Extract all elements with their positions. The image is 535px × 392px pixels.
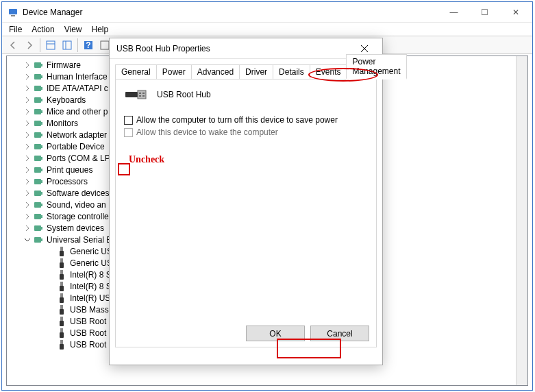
svg-rect-27 [34,167,41,173]
expand-icon[interactable] [23,96,32,104]
titlebar: Device Manager — ☐ ✕ [2,2,532,23]
dialog-titlebar: USB Root Hub Properties [110,38,382,59]
checkbox-turnoff-label: Allow the computer to turn off this devi… [136,115,338,125]
ok-button[interactable]: OK [246,326,305,341]
svg-rect-34 [41,204,42,206]
svg-rect-30 [41,180,42,183]
checkbox-wake [124,128,133,137]
expand-icon[interactable] [23,61,32,69]
svg-rect-19 [34,121,41,126]
help-icon[interactable]: ? [80,38,97,53]
expand-icon[interactable] [23,131,32,139]
tree-label: Storage controlle [47,212,109,221]
checkbox-wake-label: Allow this device to wake the computer [136,127,278,137]
tab-advanced[interactable]: Advanced [191,64,240,79]
menu-action[interactable]: Action [32,25,54,34]
category-icon [33,153,44,164]
usb-device-icon [56,246,67,257]
expand-icon[interactable] [23,154,32,162]
tree-label: Firmware [47,60,81,70]
svg-rect-23 [34,144,41,149]
expand-icon[interactable] [23,177,32,186]
svg-rect-15 [34,97,41,103]
svg-rect-63 [139,95,141,97]
expand-icon[interactable] [23,143,32,151]
dialog-button-row: OK Cancel [246,326,369,341]
vertical-scrollbar[interactable] [516,56,527,385]
svg-rect-45 [60,270,63,274]
toolbar-separator [77,38,78,52]
checkbox-row-turnoff[interactable]: Allow the computer to turn off this devi… [123,114,369,126]
svg-rect-13 [34,86,41,91]
tree-label: Ports (COM & LP [47,154,110,163]
expand-icon[interactable] [23,224,32,232]
toolbar-icon-2[interactable] [59,38,75,53]
tab-driver[interactable]: Driver [239,64,273,79]
usb-device-icon [56,339,67,350]
svg-rect-39 [34,237,41,243]
tab-power[interactable]: Power [156,64,192,79]
properties-dialog: USB Root Hub Properties General Power Ad… [109,38,383,365]
category-icon [33,223,44,234]
tree-label: Keyboards [47,95,86,105]
svg-rect-4 [63,41,71,49]
close-icon [360,45,369,53]
tree-label: Print queues [47,165,92,175]
svg-rect-16 [41,99,42,101]
svg-rect-36 [41,215,42,218]
expand-icon[interactable] [23,166,32,174]
category-icon [33,60,44,71]
expand-icon[interactable] [23,73,32,81]
category-icon [33,211,44,222]
expand-icon[interactable] [23,84,32,93]
expand-icon[interactable] [23,212,32,221]
expand-icon[interactable] [23,189,32,197]
svg-rect-57 [60,340,63,344]
svg-rect-52 [60,309,64,315]
expand-icon[interactable] [23,119,32,127]
svg-rect-35 [34,214,41,219]
svg-rect-41 [60,247,63,251]
svg-rect-44 [60,262,64,268]
tab-details[interactable]: Details [273,64,310,79]
usb-device-icon [56,304,67,315]
checkbox-turnoff[interactable] [124,116,133,125]
svg-rect-55 [60,328,63,332]
close-button[interactable]: ✕ [500,2,531,22]
svg-rect-61 [139,93,141,94]
category-icon [33,141,44,152]
category-icon [33,176,44,187]
svg-rect-54 [60,321,64,326]
expand-icon[interactable] [23,108,32,116]
tree-label: IDE ATA/ATAPI c [47,84,108,93]
nav-fwd-button[interactable] [21,38,38,53]
dialog-body: General Power Advanced Driver Details Ev… [110,59,382,353]
maximize-button[interactable]: ☐ [469,2,500,22]
category-icon [33,106,44,117]
svg-rect-29 [34,179,41,184]
expand-icon[interactable] [23,201,32,209]
tab-events[interactable]: Events [310,64,347,79]
category-icon [33,71,44,82]
menu-help[interactable]: Help [92,25,109,34]
minimize-button[interactable]: — [438,2,469,22]
svg-rect-33 [34,202,41,208]
category-icon [33,234,44,245]
tree-label: Sound, video an [47,200,106,210]
usb-device-icon [56,328,67,339]
cancel-button[interactable]: Cancel [310,326,369,341]
menu-view[interactable]: View [64,25,82,34]
expand-icon[interactable] [23,236,32,244]
tree-label: Network adapter [47,130,107,140]
toolbar-icon-1[interactable] [42,38,59,53]
nav-back-button[interactable] [5,38,21,53]
tab-general[interactable]: General [115,64,157,79]
svg-rect-28 [41,169,42,171]
tab-power-management[interactable]: Power Management [346,54,406,79]
menu-file[interactable]: File [9,25,22,34]
svg-rect-21 [34,132,41,138]
usb-device-icon [56,269,67,280]
category-icon [33,164,44,175]
usb-device-icon [56,293,67,304]
svg-rect-42 [60,251,64,256]
